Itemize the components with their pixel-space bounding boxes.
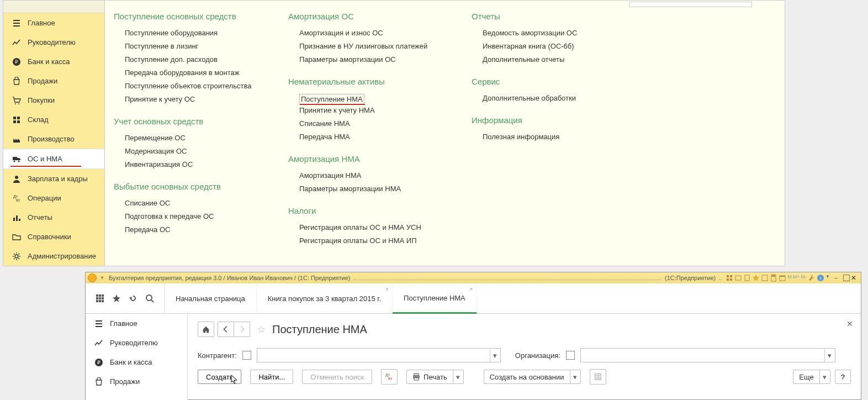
organization-checkbox[interactable] xyxy=(566,351,575,360)
link-useful-info[interactable]: Полезная информация xyxy=(483,133,615,141)
toolbar-icon[interactable] xyxy=(761,274,769,282)
chevron-down-icon[interactable]: ▾ xyxy=(570,370,581,384)
counterparty-combo[interactable]: ▾ xyxy=(257,348,501,362)
cancel-search-button[interactable]: Отменить поиск xyxy=(302,370,372,384)
link-prepare-transfer-os[interactable]: Подготовка к передаче ОС xyxy=(125,212,257,220)
calendar-icon[interactable] xyxy=(779,274,786,282)
tab-start-page[interactable]: Начальная страница xyxy=(165,283,257,313)
link-accept-nma[interactable]: Принятие к учету НМА xyxy=(299,106,432,114)
sidebar-item-bank[interactable]: ₽ Банк и касса xyxy=(3,52,104,71)
sidebar-item-manager[interactable]: Руководителю xyxy=(3,33,104,52)
link-writeoff-os[interactable]: Списание ОС xyxy=(125,199,257,207)
link-inventory-book[interactable]: Инвентарная книга (ОС-6б) xyxy=(483,42,615,50)
maximize-icon[interactable] xyxy=(843,275,850,281)
sidebar2-item-main[interactable]: Главное xyxy=(86,314,187,333)
group-header: Нематериальные активы xyxy=(288,77,432,86)
link-depreciation-os[interactable]: Амортизация и износ ОС xyxy=(299,29,432,37)
apps-icon[interactable] xyxy=(96,294,104,303)
toolbar-text[interactable]: M xyxy=(787,274,792,282)
history-icon[interactable] xyxy=(129,294,137,303)
link-recognition-leasing[interactable]: Признание в НУ лизинговых платежей xyxy=(299,42,432,50)
info-icon[interactable]: i xyxy=(817,274,824,282)
sidebar-item-sales[interactable]: Продажи xyxy=(3,71,104,91)
dropdown-icon[interactable]: ▼ xyxy=(99,275,105,281)
link-writeoff-nma[interactable]: Списание НМА xyxy=(299,119,432,128)
toolbar-text[interactable]: M+ xyxy=(793,274,800,282)
link-receipt-add-costs[interactable]: Поступление доп. расходов xyxy=(125,55,257,64)
sidebar-item-salary[interactable]: Зарплата и кадры xyxy=(3,169,104,188)
home-button[interactable] xyxy=(198,322,214,337)
sidebar-item-main[interactable]: Главное xyxy=(3,13,104,33)
organization-input[interactable] xyxy=(581,349,824,362)
link-receipt-construction[interactable]: Поступление объектов строительства xyxy=(125,82,257,90)
dropdown-icon[interactable]: ▼ xyxy=(825,274,833,282)
gear-icon xyxy=(12,252,21,261)
wrench-icon[interactable] xyxy=(808,274,816,282)
link-inventory-os[interactable]: Инвентаризация ОС xyxy=(125,160,257,169)
link-transfer-os[interactable]: Передача ОС xyxy=(125,225,257,234)
counterparty-input[interactable] xyxy=(257,349,490,362)
forward-button[interactable] xyxy=(234,322,250,337)
help-button[interactable]: ? xyxy=(835,370,851,384)
link-receipt-leasing[interactable]: Поступление в лизинг xyxy=(125,42,257,50)
tab-close-icon[interactable]: × xyxy=(385,286,389,292)
chevron-down-icon[interactable]: ▾ xyxy=(453,370,464,384)
search-icon[interactable] xyxy=(145,294,154,303)
tab-close-icon[interactable]: × xyxy=(469,286,473,292)
toolbar-icon[interactable] xyxy=(726,274,733,282)
sidebar2-item-sales[interactable]: Продажи xyxy=(86,372,187,391)
calc-icon[interactable] xyxy=(770,274,777,282)
link-depreciation-params-os[interactable]: Параметры амортизации ОС xyxy=(299,55,432,64)
link-depreciation-nma[interactable]: Амортизация НМА xyxy=(299,171,432,180)
create-button[interactable]: Создать xyxy=(198,370,241,384)
link-move-os[interactable]: Перемещение ОС xyxy=(125,134,257,142)
print-split-button[interactable]: Печать ▾ xyxy=(406,370,464,384)
sidebar-item-admin[interactable]: Администрирование xyxy=(3,246,104,266)
sidebar-item-production[interactable]: Производство xyxy=(3,129,104,149)
toolbar-text[interactable]: M- xyxy=(801,274,807,282)
find-button[interactable]: Найти... xyxy=(250,370,293,384)
close-icon[interactable]: ✕ xyxy=(851,274,859,282)
create-based-split-button[interactable]: Создать на основании ▾ xyxy=(484,370,581,384)
sidebar2-item-bank[interactable]: ₽Банк и касса xyxy=(86,352,187,372)
favorite-icon[interactable] xyxy=(752,274,760,282)
favorite-outline-icon[interactable]: ☆ xyxy=(257,323,266,335)
counterparty-checkbox[interactable] xyxy=(242,351,251,360)
svg-rect-36 xyxy=(96,300,98,302)
tab-receipt-nma[interactable]: Поступление НМА× xyxy=(393,283,477,314)
toolbar-icon[interactable] xyxy=(743,274,751,282)
link-additional-processing[interactable]: Дополнительные обработки xyxy=(483,94,615,102)
back-button[interactable] xyxy=(218,322,234,337)
link-depreciation-sheet[interactable]: Ведомость амортизации ОС xyxy=(483,29,615,37)
link-receipt-equipment[interactable]: Поступление оборудования xyxy=(125,29,257,37)
more-split-button[interactable]: Еще ▾ xyxy=(793,370,830,384)
link-modernize-os[interactable]: Модернизация ОС xyxy=(125,147,257,155)
link-depreciation-params-nma[interactable]: Параметры амортизации НМА xyxy=(299,185,432,193)
chevron-down-icon[interactable]: ▾ xyxy=(490,349,500,362)
window-titlebar[interactable]: ▼ Бухгалтерия предприятия, редакция 3.0 … xyxy=(86,272,861,283)
chevron-down-icon[interactable]: ▾ xyxy=(820,370,830,384)
sidebar-item-warehouse[interactable]: Склад xyxy=(3,110,104,129)
sidebar-item-os-nma[interactable]: ОС и НМА xyxy=(3,149,104,169)
link-accept-os[interactable]: Принятие к учету ОС xyxy=(125,95,257,103)
link-transfer-equipment-mount[interactable]: Передача оборудования в монтаж xyxy=(125,69,257,77)
sidebar2-item-manager[interactable]: Руководителю xyxy=(86,333,187,352)
sidebar-item-operations[interactable]: ДтКт Операции xyxy=(3,188,104,208)
close-icon[interactable]: ✕ xyxy=(846,319,853,328)
list-settings-button[interactable] xyxy=(590,369,606,385)
minimize-icon[interactable]: – xyxy=(834,274,842,282)
star-icon[interactable] xyxy=(112,294,121,303)
link-transfer-nma[interactable]: Передача НМА xyxy=(299,133,432,141)
organization-combo[interactable]: ▾ xyxy=(580,348,835,362)
link-additional-reports[interactable]: Дополнительные отчеты xyxy=(483,55,615,64)
link-receipt-nma[interactable]: Поступление НМА xyxy=(299,94,364,104)
sidebar-item-reports[interactable]: Отчеты xyxy=(3,208,104,227)
sidebar-item-purchases[interactable]: Покупки xyxy=(3,91,104,110)
sidebar-item-directories[interactable]: Справочники xyxy=(3,227,104,246)
chevron-down-icon[interactable]: ▾ xyxy=(824,349,835,362)
link-payreg-usn[interactable]: Регистрация оплаты ОС и НМА УСН xyxy=(299,223,432,231)
toolbar-icon[interactable] xyxy=(734,274,742,282)
dt-kt-button[interactable]: ДтКт xyxy=(381,369,398,385)
link-payreg-ip[interactable]: Регистрация оплаты ОС и НМА ИП xyxy=(299,236,432,245)
tab-purchase-book[interactable]: Книга покупок за 3 квартал 2015 г.× xyxy=(257,283,393,313)
